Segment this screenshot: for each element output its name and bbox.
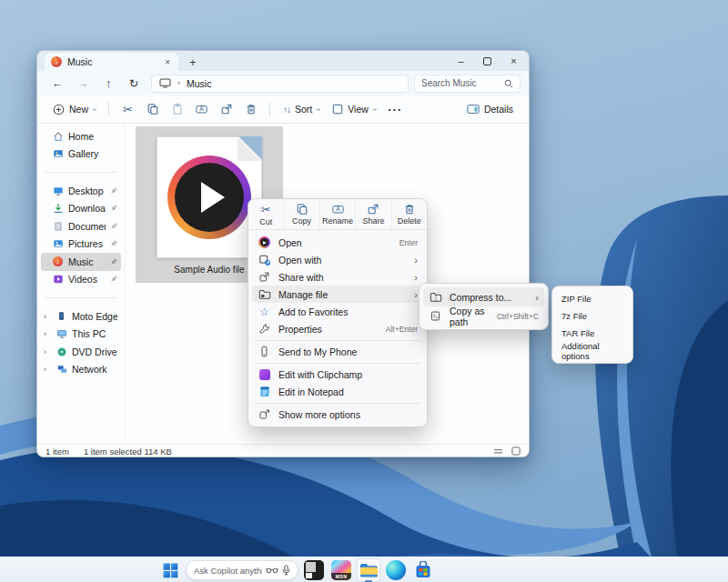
desktop-icon (52, 185, 64, 196)
menu-item-label: Edit in Notepad (278, 386, 344, 397)
menu-item-edit-in-notepad[interactable]: Edit in Notepad (252, 383, 423, 400)
menu-item-open[interactable]: Open Enter (252, 234, 423, 251)
videos-icon (52, 274, 64, 286)
taskbar-app-file-explorer[interactable] (357, 558, 380, 582)
paste-icon-button[interactable] (165, 98, 189, 120)
microsoft-store-icon (414, 561, 432, 579)
details-view-toggle-icon[interactable] (493, 447, 503, 456)
menu-item-properties[interactable]: Properties Alt+Enter (252, 320, 423, 337)
delete-button[interactable]: Delete (392, 199, 427, 229)
microphone-icon[interactable] (282, 565, 290, 576)
taskbar-app-edge[interactable] (384, 558, 408, 582)
start-button[interactable] (158, 558, 182, 582)
rename-button[interactable]: A Rename (320, 199, 356, 229)
menu-item-open-with[interactable]: Open with › (252, 251, 423, 268)
share-icon-button[interactable] (214, 98, 238, 120)
view-button[interactable]: View › (326, 98, 382, 120)
menu-item-zip-file[interactable]: ZIP File (552, 290, 632, 307)
share-with-icon (258, 271, 271, 284)
sidebar-item-desktop[interactable]: Desktop (41, 182, 121, 200)
menu-item-show-more-options[interactable]: Show more options (252, 406, 423, 423)
location-icon (159, 78, 171, 88)
sidebar-item-downloads[interactable]: Downloads (41, 200, 121, 218)
refresh-button[interactable]: ↻ (122, 76, 146, 90)
cut-icon: ✂ (261, 203, 271, 216)
taskbar-app-store[interactable] (411, 558, 435, 582)
breadcrumb-location: Music (187, 78, 211, 89)
menu-separator (254, 363, 421, 364)
expand-chevron-icon[interactable]: › (44, 329, 51, 338)
menu-item-manage-file[interactable]: Manage file › (252, 286, 423, 303)
status-bar: 1 item 1 item selected 114 KB (37, 444, 529, 457)
search-input[interactable] (421, 78, 500, 88)
expand-chevron-icon[interactable]: › (44, 365, 51, 374)
sidebar-item-phone-device[interactable]: › Moto Edge 50 Neo (41, 307, 121, 326)
taskbar-search-box[interactable] (186, 560, 298, 580)
menu-item-compress-to[interactable]: Compress to... › (423, 287, 544, 306)
menu-item-label: Compress to... (450, 292, 511, 303)
breadcrumb-chevron-icon: › (177, 79, 180, 87)
minimize-button[interactable]: – (448, 51, 474, 71)
menu-item-share-with[interactable]: Share with › (252, 268, 423, 286)
menu-item-tar-file[interactable]: TAR File (552, 325, 632, 342)
rename-icon-button[interactable]: A (189, 98, 214, 120)
sidebar-item-pictures[interactable]: Pictures (41, 236, 121, 254)
up-button[interactable]: ↑ (96, 77, 120, 90)
pin-icon (110, 276, 117, 283)
expand-chevron-icon[interactable]: › (44, 312, 51, 321)
forward-button[interactable]: → (71, 77, 95, 90)
expand-chevron-icon[interactable]: › (44, 347, 51, 356)
menu-item-add-to-favorites[interactable]: ☆ Add to Favorites (252, 303, 423, 320)
menu-item-7z-file[interactable]: 7z File (552, 307, 632, 325)
cut-button[interactable]: ✂ Cut (248, 199, 284, 229)
context-menu: ✂ Cut Copy A Rename Share Delete Open En… (248, 198, 428, 427)
media-player-disc (175, 163, 244, 232)
sidebar-item-dvd-drive[interactable]: › DVD Drive (D:) CCC (41, 343, 121, 361)
menu-item-additional-options[interactable]: Additional options (552, 342, 632, 359)
delete-icon-button[interactable] (238, 98, 263, 120)
sidebar-item-this-pc[interactable]: › This PC (41, 326, 121, 344)
search-box[interactable] (414, 75, 521, 93)
back-button[interactable]: ← (46, 77, 69, 90)
chevron-down-icon: › (90, 108, 98, 111)
sidebar-item-documents[interactable]: Documents (41, 217, 121, 236)
sidebar-item-videos[interactable]: Videos (41, 271, 121, 289)
command-label: Rename (322, 216, 353, 226)
new-button[interactable]: New › (46, 98, 102, 120)
address-bar[interactable]: › Music (151, 75, 409, 93)
svg-text:A: A (336, 206, 340, 212)
manage-file-icon (258, 288, 271, 301)
menu-item-send-to-my-phone[interactable]: Send to My Phone (252, 343, 423, 360)
new-tab-button[interactable]: + (189, 53, 197, 71)
copy-button[interactable]: Copy (284, 199, 319, 229)
copilot-search-input[interactable] (194, 566, 262, 576)
sort-button[interactable]: ↑↓ Sort › (277, 98, 326, 120)
pin-icon (110, 187, 117, 195)
media-player-ring-icon (167, 156, 251, 239)
sidebar-item-music[interactable]: ♪ Music (41, 253, 121, 271)
copilot-vision-glasses-icon[interactable] (266, 567, 278, 574)
thumbnail-view-toggle-icon[interactable] (511, 447, 521, 456)
maximize-button[interactable] (474, 51, 500, 71)
more-options-button[interactable]: ⋯ (382, 98, 407, 120)
menu-item-label: TAR File (561, 328, 594, 338)
file-name-label: Sample Audio file (174, 265, 244, 275)
sidebar-item-network[interactable]: › Network (41, 361, 121, 379)
menu-item-label: ZIP File (561, 294, 592, 304)
menu-item-edit-with-clipchamp[interactable]: Edit with Clipchamp (252, 366, 423, 383)
sidebar-item-home[interactable]: Home (41, 127, 121, 146)
menu-item-copy-as-path[interactable]: Copy as path Ctrl+Shift+C (423, 306, 544, 326)
share-button[interactable]: Share (356, 199, 391, 229)
sidebar-item-label: Music (68, 256, 106, 267)
taskbar-app-dark[interactable] (302, 558, 326, 582)
taskbar-app-msn[interactable]: MSN (329, 558, 353, 582)
tab-music[interactable]: ♪ Music × (45, 53, 178, 71)
copy-icon-button[interactable] (140, 98, 165, 120)
details-pane-button[interactable]: Details (460, 98, 520, 120)
gallery-icon (52, 148, 64, 160)
menu-item-accel: Alt+Enter (386, 325, 418, 334)
sidebar-item-gallery[interactable]: Gallery (41, 146, 121, 164)
close-button[interactable]: × (500, 51, 527, 71)
cut-icon-button[interactable]: ✂ (116, 98, 140, 120)
tab-close-icon[interactable]: × (163, 57, 172, 67)
